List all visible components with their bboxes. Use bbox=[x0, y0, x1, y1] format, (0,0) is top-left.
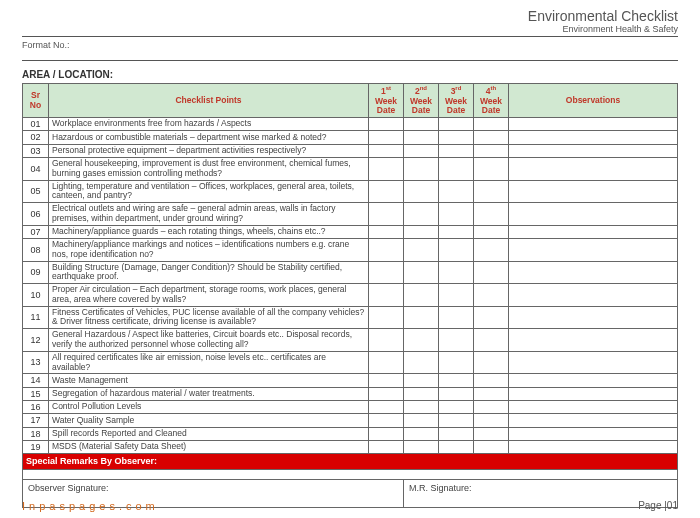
cell-week bbox=[369, 203, 404, 226]
cell-week bbox=[439, 118, 474, 131]
cell-obs bbox=[509, 387, 678, 400]
cell-points: Control Pollution Levels bbox=[49, 400, 369, 413]
cell-week bbox=[439, 284, 474, 307]
cell-week bbox=[369, 284, 404, 307]
col-points: Checklist Points bbox=[49, 84, 369, 118]
cell-points: Water Quality Sample bbox=[49, 414, 369, 427]
cell-week bbox=[369, 351, 404, 374]
cell-week bbox=[439, 427, 474, 440]
table-row: 09Building Structure (Damage, Danger Con… bbox=[23, 261, 678, 284]
doc-subtitle: Environment Health & Safety bbox=[22, 24, 678, 34]
cell-obs bbox=[509, 400, 678, 413]
cell-week bbox=[474, 180, 509, 203]
cell-week bbox=[474, 374, 509, 387]
cell-week bbox=[404, 284, 439, 307]
cell-obs bbox=[509, 306, 678, 329]
cell-week bbox=[439, 239, 474, 262]
cell-points: General housekeeping, improvement is dus… bbox=[49, 158, 369, 181]
cell-sr: 04 bbox=[23, 158, 49, 181]
col-week-2: 2ndWeekDate bbox=[404, 84, 439, 118]
table-row: 16Control Pollution Levels bbox=[23, 400, 678, 413]
cell-points: MSDS (Material Safety Data Sheet) bbox=[49, 441, 369, 454]
cell-points: Building Structure (Damage, Danger Condi… bbox=[49, 261, 369, 284]
cell-week bbox=[404, 306, 439, 329]
cell-obs bbox=[509, 180, 678, 203]
cell-week bbox=[404, 203, 439, 226]
cell-sr: 08 bbox=[23, 239, 49, 262]
cell-obs bbox=[509, 158, 678, 181]
cell-obs bbox=[509, 374, 678, 387]
document-header: Environmental Checklist Environment Heal… bbox=[22, 8, 678, 37]
cell-points: Machinery/appliance markings and notices… bbox=[49, 239, 369, 262]
cell-sr: 14 bbox=[23, 374, 49, 387]
cell-points: Machinery/appliance guards – each rotati… bbox=[49, 225, 369, 238]
cell-week bbox=[369, 239, 404, 262]
cell-week bbox=[474, 306, 509, 329]
cell-points: Fitness Certificates of Vehicles, PUC li… bbox=[49, 306, 369, 329]
table-row: 18Spill records Reported and Cleaned bbox=[23, 427, 678, 440]
cell-week bbox=[404, 427, 439, 440]
table-row: 12General Hazardous / Aspect like batter… bbox=[23, 329, 678, 352]
cell-obs bbox=[509, 414, 678, 427]
cell-week bbox=[474, 427, 509, 440]
cell-sr: 18 bbox=[23, 427, 49, 440]
cell-week bbox=[404, 387, 439, 400]
cell-week bbox=[474, 239, 509, 262]
table-row: 07Machinery/appliance guards – each rota… bbox=[23, 225, 678, 238]
cell-week bbox=[439, 387, 474, 400]
cell-week bbox=[404, 400, 439, 413]
cell-week bbox=[369, 180, 404, 203]
cell-points: Electrical outlets and wiring are safe –… bbox=[49, 203, 369, 226]
cell-obs bbox=[509, 329, 678, 352]
col-week-1: 1stWeekDate bbox=[369, 84, 404, 118]
spacer-row bbox=[23, 469, 678, 479]
cell-week bbox=[439, 441, 474, 454]
cell-obs bbox=[509, 284, 678, 307]
col-week-3: 3rdWeekDate bbox=[439, 84, 474, 118]
cell-week bbox=[369, 131, 404, 144]
cell-points: Hazardous or combustible materials – dep… bbox=[49, 131, 369, 144]
cell-week bbox=[404, 144, 439, 157]
cell-week bbox=[474, 351, 509, 374]
cell-week bbox=[404, 374, 439, 387]
cell-week bbox=[474, 131, 509, 144]
col-sr: Sr No bbox=[23, 84, 49, 118]
cell-week bbox=[404, 158, 439, 181]
cell-week bbox=[439, 131, 474, 144]
cell-week bbox=[404, 131, 439, 144]
special-remarks-row: Special Remarks By Observer: bbox=[23, 454, 678, 469]
table-row: 10Proper Air circulation – Each departme… bbox=[23, 284, 678, 307]
cell-week bbox=[439, 329, 474, 352]
cell-points: Waste Management bbox=[49, 374, 369, 387]
cell-points: Segregation of hazardous material / wate… bbox=[49, 387, 369, 400]
table-row: 02Hazardous or combustible materials – d… bbox=[23, 131, 678, 144]
cell-sr: 09 bbox=[23, 261, 49, 284]
cell-week bbox=[439, 225, 474, 238]
cell-week bbox=[474, 387, 509, 400]
cell-points: Lighting, temperature and ventilation – … bbox=[49, 180, 369, 203]
cell-obs bbox=[509, 427, 678, 440]
cell-points: Proper Air circulation – Each department… bbox=[49, 284, 369, 307]
table-row: 14Waste Management bbox=[23, 374, 678, 387]
cell-week bbox=[474, 203, 509, 226]
cell-sr: 10 bbox=[23, 284, 49, 307]
cell-week bbox=[369, 144, 404, 157]
cell-week bbox=[404, 180, 439, 203]
page-number: Page |01 bbox=[638, 500, 678, 512]
cell-week bbox=[369, 400, 404, 413]
cell-sr: 17 bbox=[23, 414, 49, 427]
cell-week bbox=[474, 144, 509, 157]
cell-week bbox=[439, 351, 474, 374]
cell-points: All required certificates like air emiss… bbox=[49, 351, 369, 374]
cell-obs bbox=[509, 118, 678, 131]
col-week-4: 4thWeekDate bbox=[474, 84, 509, 118]
cell-sr: 05 bbox=[23, 180, 49, 203]
cell-week bbox=[474, 441, 509, 454]
cell-sr: 19 bbox=[23, 441, 49, 454]
cell-obs bbox=[509, 225, 678, 238]
cell-week bbox=[369, 387, 404, 400]
cell-week bbox=[369, 414, 404, 427]
cell-points: General Hazardous / Aspect like batterie… bbox=[49, 329, 369, 352]
cell-week bbox=[369, 118, 404, 131]
cell-sr: 07 bbox=[23, 225, 49, 238]
